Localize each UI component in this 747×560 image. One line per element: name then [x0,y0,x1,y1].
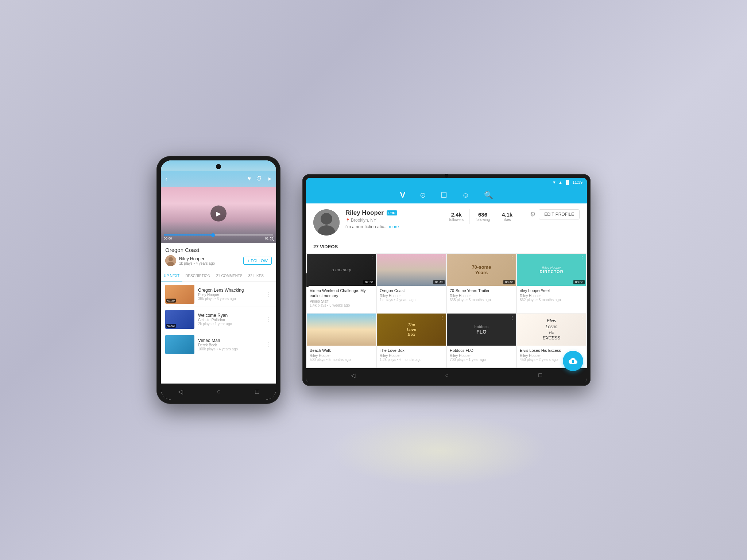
tablet-home-button[interactable]: ○ [445,372,449,378]
tablet-back-button[interactable]: ◁ [351,372,355,379]
bio-more-link[interactable]: more [389,224,399,229]
signal-icon: ▲ [558,180,562,184]
phone-video-player: ▶ 00:00 01:45 ⛶ [161,187,276,243]
video-title: Oregon Coast [161,243,276,255]
tablet-recents-button[interactable]: □ [538,372,542,378]
video-thumbnail [165,335,194,354]
tablet-body: Riley Hooper PRO Brooklyn, NY i'm a non-… [306,203,587,368]
video-card[interactable]: Riley Hooper DIRECTOR ⋮ 03:06 riley hoop… [517,254,586,313]
home-nav-button[interactable]: ○ [217,388,221,396]
compass-nav-icon[interactable]: ⊙ [420,191,426,199]
video-more-button[interactable]: ⋮ [510,315,515,321]
phone-nav-bar: ‹ ♥ ⏱ ➤ [161,171,276,187]
heart-icon[interactable]: ♥ [248,175,251,182]
list-item[interactable]: 01:03 Welcome Ryan Celeste Pollicino 2k … [161,307,276,332]
profile-bio: i'm a non-fiction afic... more [345,224,438,229]
thumb-bg: ElvisLosesHisEXCESS [517,314,586,346]
profile-name-row: Riley Hooper PRO [345,209,438,217]
phone-content: Oregon Coast Riley Hooper 1k plays • 4 y… [161,243,276,384]
video-card[interactable]: TheLoveBox ⋮ The Love Box Riley Hooper 1… [377,314,446,368]
video-title: The Love Box [380,348,443,353]
thumb-bg: hotdocs FLO [447,314,516,346]
more-button[interactable]: ⋮ [266,341,272,348]
play-button[interactable]: ▶ [210,205,227,221]
tab-likes[interactable]: 32 LIKES [245,270,267,281]
video-more-button[interactable]: ⋮ [580,315,585,321]
tab-description[interactable]: DESCRIPTION [182,270,213,281]
more-button[interactable]: ⋮ [266,291,272,298]
phone-nav-icons: ♥ ⏱ ➤ [248,175,272,182]
video-thumb: ⋮ [307,314,376,346]
video-meta: 700 plays • 1 year ago [450,358,513,362]
thumb-overlay-text: ElvisLosesHisEXCESS [541,317,562,342]
video-thumbnail: 01:29 [165,285,194,304]
video-card[interactable]: ⋮ Beach Walk Riley Hooper 500 plays • 5 … [307,314,376,368]
video-meta: 500 plays • 5 months ago [310,358,373,362]
item-info: Oregon Lens Whacking Riley Hooper 35k pl… [198,288,262,301]
list-item[interactable]: Vimeo Man Derek Beck 100k plays • 4 year… [161,332,276,357]
video-thumbnail: 01:03 [165,310,194,329]
video-duration: 03:06 [573,280,585,284]
edit-profile-button[interactable]: EDIT PROFILE [539,209,580,219]
item-meta: 100k plays • 4 years ago [198,347,262,351]
wifi-icon: ▼ [552,180,556,184]
following-label: following [476,218,490,222]
video-thumb: 70-someYears ⋮ 00:48 [447,254,516,286]
likes-label: likes [502,218,512,222]
search-nav-icon[interactable]: 🔍 [484,191,493,199]
video-more-button[interactable]: ⋮ [440,315,445,321]
profile-avatar [313,209,340,236]
phone-camera [216,164,221,169]
send-icon[interactable]: ➤ [267,175,272,182]
video-more-button[interactable]: ⋮ [580,255,585,261]
vimeo-nav-icon[interactable]: V [400,190,405,200]
video-info: 70-Some Years Trailer Riley Hooper 335 p… [447,286,516,304]
video-info: Vimeo Weekend Challenge: My earliest mem… [307,286,376,310]
clock-icon[interactable]: ⏱ [256,175,262,182]
video-author: Riley Hooper [520,294,583,298]
tab-up-next[interactable]: UP NEXT [161,270,182,281]
video-more-button[interactable]: ⋮ [510,255,515,261]
video-card[interactable]: ⋮ 01:45 Oregon Coast Riley Hooper 1k pla… [377,254,446,313]
video-card[interactable]: 70-someYears ⋮ 00:48 70-Some Years Trail… [447,254,516,313]
video-more-button[interactable]: ⋮ [369,315,375,321]
video-more-button[interactable]: ⋮ [440,255,445,261]
item-info: Welcome Ryan Celeste Pollicino 2k plays … [198,313,262,326]
video-card[interactable]: hotdocs FLO ⋮ Hotdocs FLO Riley Hooper 7… [447,314,516,368]
more-button[interactable]: ⋮ [266,316,272,323]
thumb-bg [307,314,376,346]
upload-fab-button[interactable] [563,351,583,371]
recents-nav-button[interactable]: □ [255,388,259,396]
phone-back-button[interactable]: ‹ [165,175,167,183]
progress-bar[interactable]: 00:00 01:45 [164,234,273,240]
likes-stat: 4.1k likes [496,209,518,224]
video-author: Riley Hooper [310,354,373,358]
thumb-bg: TheLoveBox [377,314,446,346]
settings-button[interactable]: ⚙ [530,210,536,218]
tablet-device: ▼ ▲ ▐▌ 11:39 V ⊙ ☐ ☺ 🔍 [302,174,591,386]
social-nav-icon[interactable]: ☺ [462,191,469,199]
phone-video-list: 01:29 Oregon Lens Whacking Riley Hooper … [161,282,276,357]
follow-button[interactable]: + FOLLOW [243,257,272,265]
video-thumb: ⋮ 01:45 [377,254,446,286]
back-nav-button[interactable]: ◁ [178,388,183,396]
progress-track [164,234,273,236]
item-meta: 2k plays • 1 year ago [198,322,262,326]
list-item[interactable]: 01:29 Oregon Lens Whacking Riley Hooper … [161,282,276,307]
item-meta: 35k plays • 3 years ago [198,297,262,301]
profile-actions: ⚙ EDIT PROFILE [530,209,580,219]
video-author: Vimeo Staff [310,299,373,303]
video-title: Hotdocs FLO [450,348,513,353]
thumb-overlay-text: TheLoveBox [407,322,416,337]
fullscreen-button[interactable]: ⛶ [270,236,274,241]
video-duration: 01:29 [166,299,176,303]
phone-bottom-nav: ◁ ○ □ [161,384,276,400]
video-card[interactable]: a memory ⋮ 02:30 Vimeo Weekend Challenge… [307,254,376,313]
time-current: 00:00 [164,237,172,240]
video-more-button[interactable]: ⋮ [369,255,375,261]
item-title: Oregon Lens Whacking [198,288,262,293]
author-info: Riley Hooper 1k plays • 4 years ago [179,256,240,265]
tab-comments[interactable]: 21 COMMENTS [213,270,245,281]
watchlater-nav-icon[interactable]: ☐ [441,191,447,199]
video-thumb: ElvisLosesHisEXCESS ⋮ [517,314,586,346]
